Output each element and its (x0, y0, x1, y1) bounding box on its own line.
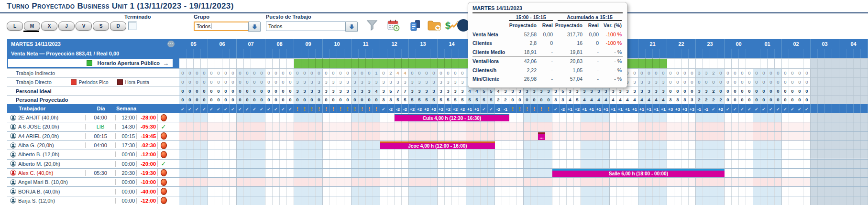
schedule-cell[interactable] (208, 169, 215, 177)
schedule-cell[interactable] (380, 187, 387, 195)
schedule-cell[interactable] (409, 178, 416, 186)
schedule-cell[interactable] (739, 160, 746, 168)
schedule-cell[interactable] (846, 187, 854, 195)
schedule-cell[interactable] (502, 196, 509, 205)
schedule-cell[interactable] (495, 160, 502, 168)
schedule-cell[interactable] (187, 160, 194, 168)
schedule-cell[interactable] (660, 150, 667, 159)
schedule-cell[interactable] (423, 169, 430, 177)
schedule-cell[interactable] (194, 196, 201, 205)
schedule-cell[interactable] (760, 178, 768, 186)
puesto-select[interactable]: Todos (266, 22, 349, 31)
schedule-cell[interactable] (445, 150, 452, 159)
schedule-cell[interactable] (703, 160, 710, 168)
schedule-cell[interactable] (258, 132, 265, 140)
schedule-cell[interactable] (509, 122, 516, 131)
schedule-cell[interactable] (753, 132, 760, 140)
schedule-cell[interactable] (674, 150, 681, 159)
schedule-cell[interactable] (811, 132, 818, 140)
schedule-cell[interactable] (846, 141, 854, 150)
schedule-cell[interactable] (710, 122, 717, 131)
schedule-cell[interactable] (674, 141, 681, 150)
schedule-cell[interactable] (402, 196, 409, 205)
schedule-cell[interactable] (308, 113, 316, 122)
schedule-cell[interactable] (273, 150, 280, 159)
schedule-cell[interactable] (689, 122, 696, 131)
schedule-cell[interactable] (409, 132, 416, 140)
schedule-cell[interactable] (789, 169, 796, 177)
schedule-cell[interactable] (481, 132, 488, 140)
schedule-cell[interactable] (308, 141, 316, 150)
schedule-cell[interactable] (452, 169, 459, 177)
schedule-cell[interactable] (531, 132, 538, 140)
schedule-cell[interactable] (560, 150, 567, 159)
schedule-cell[interactable] (839, 187, 846, 195)
schedule-cell[interactable] (481, 178, 488, 186)
schedule-cell[interactable] (194, 141, 201, 150)
schedule-cell[interactable] (308, 187, 316, 195)
schedule-cell[interactable] (803, 160, 811, 168)
schedule-cell[interactable] (187, 141, 194, 150)
schedule-cell[interactable] (581, 132, 588, 140)
schedule-cell[interactable] (423, 178, 430, 186)
schedule-cell[interactable] (574, 187, 581, 195)
schedule-cell[interactable] (352, 160, 359, 168)
schedule-cell[interactable] (330, 160, 337, 168)
schedule-cell[interactable] (352, 122, 359, 131)
schedule-cell[interactable] (373, 141, 380, 150)
schedule-cell[interactable] (603, 160, 610, 168)
schedule-cell[interactable] (409, 196, 416, 205)
schedule-cell[interactable] (208, 150, 215, 159)
schedule-cell[interactable] (308, 122, 316, 131)
schedule-cell[interactable] (782, 178, 789, 186)
schedule-cell[interactable] (789, 132, 796, 140)
schedule-cell[interactable] (703, 132, 710, 140)
schedule-cell[interactable] (638, 132, 646, 140)
schedule-cell[interactable] (574, 196, 581, 205)
schedule-cell[interactable] (861, 132, 868, 140)
schedule-cell[interactable] (416, 196, 423, 205)
schedule-cell[interactable] (803, 141, 811, 150)
schedule-cell[interactable] (854, 178, 861, 186)
schedule-cell[interactable] (208, 196, 215, 205)
schedule-cell[interactable] (524, 132, 531, 140)
schedule-cell[interactable] (660, 132, 667, 140)
schedule-cell[interactable] (667, 150, 674, 159)
schedule-cell[interactable] (624, 113, 631, 122)
schedule-cell[interactable] (459, 187, 466, 195)
schedule-cell[interactable] (638, 141, 646, 150)
schedule-cell[interactable] (516, 169, 524, 177)
schedule-cell[interactable] (366, 141, 373, 150)
schedule-cell[interactable] (567, 160, 574, 168)
grupo-dropdown-button[interactable] (248, 22, 261, 32)
schedule-cell[interactable] (301, 132, 308, 140)
schedule-cell[interactable] (430, 150, 438, 159)
schedule-cell[interactable] (502, 141, 509, 150)
schedule-cell[interactable] (646, 141, 653, 150)
schedule-cell[interactable] (509, 141, 516, 150)
schedule-cell[interactable] (617, 160, 624, 168)
schedule-cell[interactable] (301, 141, 308, 150)
schedule-cell[interactable] (696, 187, 703, 195)
schedule-cell[interactable] (674, 187, 681, 195)
schedule-cell[interactable] (624, 196, 631, 205)
schedule-cell[interactable] (481, 150, 488, 159)
schedule-cell[interactable] (653, 187, 660, 195)
schedule-cell[interactable] (395, 150, 402, 159)
schedule-cell[interactable] (524, 122, 531, 131)
schedule-cell[interactable] (352, 150, 359, 159)
schedule-cell[interactable] (832, 169, 839, 177)
schedule-cell[interactable] (746, 187, 753, 195)
schedule-cell[interactable] (308, 196, 316, 205)
shift-bar[interactable]: Cuis 4,00 h (12:30 - 16:30) (395, 114, 509, 121)
schedule-cell[interactable] (409, 169, 416, 177)
schedule-cell[interactable] (452, 187, 459, 195)
schedule-cell[interactable] (308, 150, 316, 159)
schedule-cell[interactable] (739, 196, 746, 205)
schedule-cell[interactable] (710, 150, 717, 159)
schedule-cell[interactable] (531, 196, 538, 205)
schedule-cell[interactable] (380, 178, 387, 186)
schedule-cell[interactable] (775, 132, 782, 140)
schedule-cell[interactable] (789, 113, 796, 122)
schedule-cell[interactable] (681, 150, 689, 159)
